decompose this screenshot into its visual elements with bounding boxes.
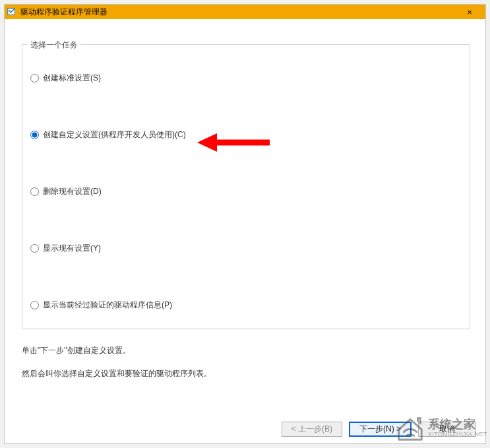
radio-label: 显示现有设置(Y) bbox=[43, 243, 101, 254]
dialog-window: 驱动程序验证程序管理器 × 选择一个任务 创建标准设置(S) 创建自定义设置(供… bbox=[4, 4, 486, 444]
radio-show-verified-info[interactable]: 显示当前经过验证的驱动程序信息(P) bbox=[30, 300, 172, 311]
cancel-button[interactable]: 取消 bbox=[418, 422, 476, 437]
radio-input[interactable] bbox=[30, 131, 39, 139]
radio-delete-existing[interactable]: 删除现有设置(D) bbox=[30, 186, 102, 197]
titlebar: 驱动程序验证程序管理器 × bbox=[5, 5, 485, 19]
window-title: 驱动程序验证程序管理器 bbox=[20, 7, 456, 18]
radio-label: 显示当前经过验证的驱动程序信息(P) bbox=[43, 300, 172, 311]
client-area: 选择一个任务 创建标准设置(S) 创建自定义设置(供程序开发人员使用)(C) 删… bbox=[5, 19, 485, 443]
radio-label: 删除现有设置(D) bbox=[43, 186, 102, 197]
radio-input[interactable] bbox=[30, 244, 39, 253]
radio-input[interactable] bbox=[30, 187, 39, 196]
groupbox-legend: 选择一个任务 bbox=[28, 40, 80, 51]
radio-show-existing[interactable]: 显示现有设置(Y) bbox=[30, 243, 101, 254]
hint-line-1: 单击"下一步"创建自定义设置。 bbox=[22, 345, 212, 356]
next-button[interactable]: 下一步(N) > bbox=[349, 422, 412, 437]
app-icon bbox=[7, 7, 16, 16]
hint-text: 单击"下一步"创建自定义设置。 然后会叫你选择自定义设置和要验证的驱动程序列表。 bbox=[22, 345, 212, 391]
window-close-button[interactable]: × bbox=[456, 5, 483, 19]
task-groupbox: 选择一个任务 创建标准设置(S) 创建自定义设置(供程序开发人员使用)(C) 删… bbox=[22, 44, 470, 329]
radio-label: 创建标准设置(S) bbox=[43, 73, 101, 84]
back-button: < 上一步(B) bbox=[282, 422, 342, 437]
radio-label: 创建自定义设置(供程序开发人员使用)(C) bbox=[43, 129, 186, 141]
radio-create-standard[interactable]: 创建标准设置(S) bbox=[30, 73, 101, 84]
radio-input[interactable] bbox=[30, 301, 39, 309]
wizard-button-bar: < 上一步(B) 下一步(N) > 取消 bbox=[282, 422, 476, 437]
radio-create-custom[interactable]: 创建自定义设置(供程序开发人员使用)(C) bbox=[30, 129, 186, 141]
radio-input[interactable] bbox=[30, 74, 39, 82]
hint-line-2: 然后会叫你选择自定义设置和要验证的驱动程序列表。 bbox=[22, 368, 212, 379]
